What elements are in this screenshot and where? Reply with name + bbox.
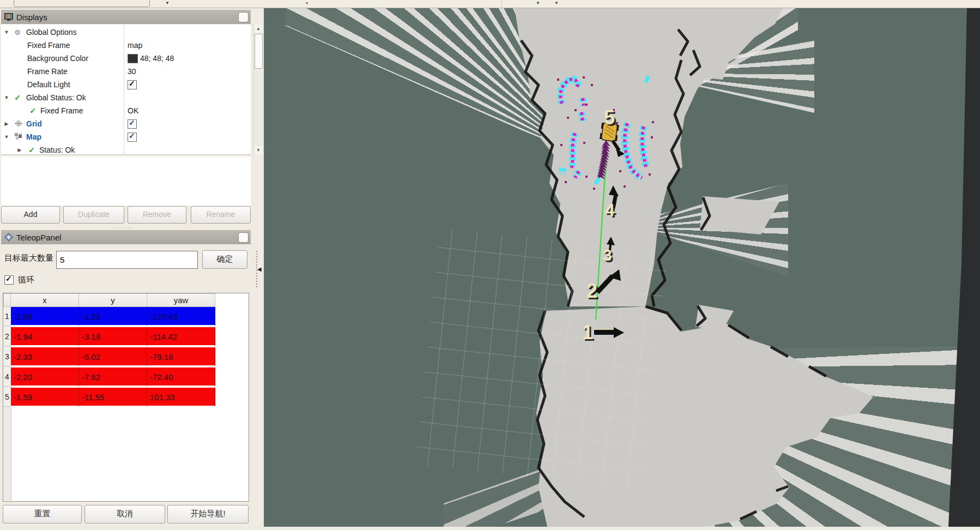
expand-triangle-icon[interactable]: ▼	[3, 134, 10, 140]
dropdown-arrow-icon[interactable]: ▼	[305, 1, 308, 6]
dropdown-arrow-icon[interactable]: ▼	[165, 1, 170, 6]
color-swatch[interactable]	[128, 54, 138, 63]
check-icon: ✓	[129, 79, 135, 88]
scroll-up-button[interactable]: ▲	[254, 25, 263, 33]
tree-row-map[interactable]: ▼ Map ✓	[1, 130, 241, 143]
tree-row-frame-rate[interactable]: Frame Rate 30	[1, 65, 241, 78]
displays-panel-icon	[4, 13, 13, 21]
toolbar-strip: ▼ ▼ ▼ ▼	[0, 0, 980, 8]
loop-checkbox[interactable]: ✓	[4, 275, 14, 285]
status-ok-icon: ✓	[13, 93, 22, 102]
row-number[interactable]: 3	[3, 347, 11, 366]
cell-y[interactable]: -7.62	[79, 368, 147, 387]
window-bottom-strip	[0, 527, 980, 530]
cell-x[interactable]: -1.98	[11, 307, 79, 326]
expand-triangle-icon[interactable]: ▼	[3, 29, 10, 35]
column-header-yaw[interactable]: yaw	[147, 293, 215, 307]
max-goals-label: 目标最大数量	[4, 253, 53, 263]
cell-y[interactable]: -11.55	[79, 388, 147, 407]
row-number[interactable]: 5	[3, 388, 11, 407]
fixed-frame-value[interactable]: map	[128, 41, 142, 50]
row-number[interactable]: 4	[3, 368, 11, 387]
cell-yaw[interactable]: -170.43	[147, 307, 215, 326]
grid-display-icon	[14, 120, 23, 127]
cell-x[interactable]: -2.20	[11, 368, 79, 387]
column-header-x[interactable]: x	[11, 293, 79, 307]
grid-enabled-checkbox[interactable]: ✓	[128, 119, 137, 129]
cell-yaw[interactable]: -72.40	[147, 368, 215, 387]
map-canvas[interactable]: 1 1 2 2 3 3 4 4 5 5	[264, 8, 980, 527]
cell-y[interactable]: -3.18	[79, 327, 147, 346]
reset-button[interactable]: 重置	[3, 505, 82, 523]
cell-x[interactable]: -1.94	[11, 327, 79, 346]
tree-row-grid[interactable]: ▶ Grid ✓	[1, 117, 241, 130]
display-description-box	[1, 156, 251, 206]
displays-tree[interactable]: ▼ ⚙ Global Options Fixed Frame map Backg…	[1, 25, 251, 155]
displays-panel-titlebar[interactable]: Displays	[1, 10, 251, 24]
dropdown-arrow-icon[interactable]: ▼	[554, 1, 559, 6]
cell-yaw[interactable]: -114.42	[147, 327, 215, 346]
cell-yaw[interactable]: 101.33	[147, 388, 215, 407]
panel-splitter[interactable]: ······	[0, 226, 250, 230]
tree-row-global-status[interactable]: ▼ ✓ Global Status: Ok	[1, 91, 241, 104]
tree-scrollbar[interactable]: ▲ ▼	[253, 25, 263, 154]
collapse-triangle-icon[interactable]: ▶	[3, 121, 10, 127]
tree-label: Frame Rate	[27, 67, 68, 76]
collapse-left-icon[interactable]: ◀	[257, 266, 262, 272]
table-row[interactable]: 3 -2.33 -5.02 -79.18	[3, 347, 215, 366]
tree-row-default-light[interactable]: Default Light ✓	[1, 78, 241, 91]
scrollbar-thumb[interactable]	[255, 34, 263, 69]
render-view[interactable]: 1 1 2 2 3 3 4 4 5 5	[264, 8, 980, 527]
panel-float-button[interactable]	[238, 232, 249, 243]
map-enabled-checkbox[interactable]: ✓	[128, 132, 137, 142]
tree-row-global-options[interactable]: ▼ ⚙ Global Options	[1, 26, 241, 39]
teleop-panel-titlebar[interactable]: TeleopPanel	[1, 230, 251, 244]
expand-triangle-icon[interactable]: ▼	[3, 95, 10, 100]
check-icon: ✓	[5, 274, 12, 283]
start-navigation-button[interactable]: 开始导航!	[167, 505, 249, 523]
tree-row-fixed-frame-status[interactable]: ✓ Fixed Frame OK	[1, 104, 241, 117]
table-row[interactable]: 4 -2.20 -7.62 -72.40	[3, 368, 215, 387]
table-corner	[3, 293, 11, 307]
column-header-y[interactable]: y	[79, 293, 147, 307]
tree-label: Background Color	[27, 54, 88, 63]
cell-x[interactable]: -2.33	[11, 347, 79, 366]
rename-button[interactable]: Rename	[191, 206, 251, 224]
tree-row-fixed-frame[interactable]: Fixed Frame map	[1, 39, 241, 52]
waypoint-table[interactable]: x y yaw 1 -1.98 -1.23 -170.43 2 -1.94 -3…	[3, 293, 249, 502]
cell-yaw[interactable]: -79.18	[147, 347, 215, 366]
loop-label: 循环	[18, 275, 34, 285]
row-number[interactable]: 1	[3, 307, 11, 326]
tree-label: Global Options	[26, 28, 77, 37]
tree-row-background-color[interactable]: Background Color 48; 48; 48	[1, 52, 241, 65]
table-row[interactable]: 2 -1.94 -3.18 -114.42	[3, 327, 215, 346]
check-icon: ✓	[129, 118, 135, 127]
cell-y[interactable]: -1.23	[79, 307, 147, 326]
cancel-button[interactable]: 取消	[84, 505, 165, 523]
table-row[interactable]: 1 -1.98 -1.23 -170.43	[3, 307, 215, 326]
row-number[interactable]: 2	[3, 327, 11, 346]
collapse-triangle-icon[interactable]: ▶	[16, 147, 23, 153]
cell-y[interactable]: -5.02	[79, 347, 147, 366]
cell-x[interactable]: -1.59	[11, 388, 79, 407]
check-icon: ✓	[129, 131, 135, 140]
max-goals-input[interactable]	[56, 251, 198, 269]
map-display-icon	[14, 133, 23, 140]
duplicate-button[interactable]: Duplicate	[63, 206, 124, 224]
scroll-down-button[interactable]: ▼	[254, 146, 263, 154]
background-color-value[interactable]: 48; 48; 48	[128, 54, 174, 63]
default-light-checkbox[interactable]: ✓	[128, 80, 137, 89]
remove-button[interactable]: Remove	[128, 206, 186, 224]
dropdown-arrow-icon[interactable]: ▼	[536, 1, 540, 6]
toolbar-tool-button[interactable]	[14, 0, 150, 7]
waypoint-label-4: 4	[605, 200, 615, 220]
frame-rate-value[interactable]: 30	[128, 67, 136, 76]
teleop-panel-icon	[4, 233, 13, 242]
table-row[interactable]: 5 -1.59 -11.55 101.33	[3, 388, 215, 407]
tree-row-map-status[interactable]: ▶ ✓ Status: Ok	[1, 143, 241, 155]
confirm-button[interactable]: 确定	[202, 250, 247, 269]
add-button[interactable]: Add	[1, 206, 60, 224]
dock-collapse-handle[interactable]: ◀	[253, 251, 263, 289]
panel-float-button[interactable]	[238, 12, 249, 22]
waypoint-label-1: 1	[582, 321, 593, 344]
